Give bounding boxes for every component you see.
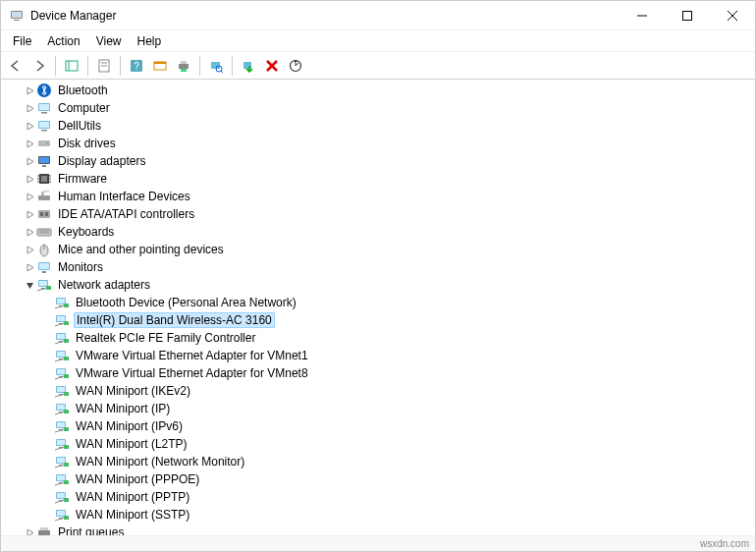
action-button[interactable] [149,55,171,77]
expand-icon[interactable] [23,190,36,203]
tree-node-label[interactable]: DellUtils [56,119,103,133]
expand-icon[interactable] [23,119,36,133]
tree-node[interactable]: VMware Virtual Ethernet Adapter for VMne… [1,347,755,364]
tree-node-label[interactable]: Realtek PCIe FE Family Controller [74,331,257,345]
tree-node-label[interactable]: WAN Miniport (IKEv2) [74,384,192,398]
tree-node[interactable]: Display adapters [1,152,755,170]
show-hide-tree-button[interactable] [61,55,82,77]
tree-node-label[interactable]: Monitors [56,260,105,274]
tree-node-label[interactable]: Network adapters [56,278,152,292]
svg-rect-7 [66,61,78,71]
menubar: File Action View Help [1,30,755,52]
scan-hardware-button[interactable] [205,55,227,77]
tree-node-label[interactable]: Bluetooth [56,83,110,97]
tree-node[interactable]: Bluetooth [1,82,755,99]
uninstall-device-button[interactable] [261,55,283,77]
tree-node-label[interactable]: WAN Miniport (Network Monitor) [74,455,246,469]
back-button[interactable] [5,55,27,77]
collapse-icon[interactable] [23,278,36,292]
tree-node-label[interactable]: WAN Miniport (IP) [74,402,172,415]
enable-device-button[interactable] [238,55,259,77]
tree-node[interactable]: Bluetooth Device (Personal Area Network) [1,294,755,311]
tree-node[interactable]: WAN Miniport (SSTP) [1,506,755,524]
tree-node[interactable]: VMware Virtual Ethernet Adapter for VMne… [1,364,755,382]
help-button[interactable]: ? [126,55,147,77]
expand-icon [40,349,54,362]
tree-node[interactable]: Monitors [1,258,755,276]
tree-node[interactable]: DellUtils [1,117,755,135]
tree-node-label[interactable]: Display adapters [56,154,147,168]
tree-node[interactable]: Print queues [1,524,755,535]
tree-node[interactable]: Intel(R) Dual Band Wireless-AC 3160 [1,311,755,329]
tree-node[interactable]: Network adapters [1,276,755,294]
expand-icon[interactable] [23,260,36,274]
svg-rect-78 [64,339,69,343]
tree-node-label[interactable]: Firmware [56,172,109,186]
expand-icon[interactable] [23,101,36,115]
svg-rect-73 [64,321,69,325]
tree-node-label[interactable]: VMware Virtual Ethernet Adapter for VMne… [74,366,310,380]
tree-node[interactable]: Mice and other pointing devices [1,241,755,258]
menu-file[interactable]: File [5,32,39,50]
tree-node[interactable]: WAN Miniport (PPTP) [1,488,755,506]
expand-icon[interactable] [23,243,36,256]
expand-icon[interactable] [23,83,36,97]
tree-node[interactable]: Computer [1,99,755,117]
tree-node-label[interactable]: WAN Miniport (PPTP) [74,490,191,504]
network-icon [54,348,70,363]
tree-node-label[interactable]: Computer [56,101,112,115]
print-button[interactable] [173,55,194,77]
tree-node-label[interactable]: Keyboards [56,225,116,239]
menu-action[interactable]: Action [39,32,87,50]
svg-rect-47 [41,192,44,195]
tree-node[interactable]: WAN Miniport (IPv6) [1,417,755,435]
tree-node[interactable]: WAN Miniport (IKEv2) [1,382,755,400]
tree-node-label[interactable]: Human Interface Devices [56,190,192,203]
expand-icon[interactable] [23,207,36,221]
tree-node[interactable]: Keyboards [1,223,755,241]
tree-node-label[interactable]: WAN Miniport (PPPOE) [74,472,201,486]
tree-node[interactable]: Disk drives [1,135,755,152]
tree-node-label[interactable]: Intel(R) Dual Band Wireless-AC 3160 [74,312,275,328]
tree-node-label[interactable]: Print queues [56,525,126,535]
expand-icon[interactable] [23,525,36,535]
menu-help[interactable]: Help [130,32,170,50]
forward-button[interactable] [28,55,50,77]
expand-icon[interactable] [23,172,36,186]
expand-icon[interactable] [23,154,36,168]
tree-node-label[interactable]: VMware Virtual Ethernet Adapter for VMne… [74,349,310,362]
tree-node-label[interactable]: IDE ATA/ATAPI controllers [56,207,196,221]
update-driver-button[interactable] [285,55,306,77]
properties-button[interactable] [93,55,115,77]
tree-node[interactable]: WAN Miniport (L2TP) [1,435,755,453]
tree-node[interactable]: IDE ATA/ATAPI controllers [1,205,755,223]
tree-node-label[interactable]: Mice and other pointing devices [56,243,226,256]
device-tree[interactable]: BluetoothComputerDellUtilsDisk drivesDis… [1,80,755,535]
tree-node-label[interactable]: Disk drives [56,137,118,150]
network-icon [54,295,70,310]
svg-rect-68 [64,304,69,307]
tree-node[interactable]: WAN Miniport (IP) [1,400,755,417]
expand-icon [40,313,54,327]
menu-view[interactable]: View [88,32,130,50]
tree-node[interactable]: WAN Miniport (PPPOE) [1,470,755,488]
tree-node[interactable]: Realtek PCIe FE Family Controller [1,329,755,347]
expand-icon [40,419,54,433]
tree-node-label[interactable]: Bluetooth Device (Personal Area Network) [74,296,298,309]
minimize-button[interactable] [620,1,665,30]
tree-node[interactable]: Human Interface Devices [1,188,755,205]
expand-icon[interactable] [23,225,36,239]
tree-node-label[interactable]: WAN Miniport (L2TP) [74,437,189,451]
tree-node-label[interactable]: WAN Miniport (SSTP) [74,508,191,522]
svg-rect-58 [39,263,49,269]
svg-rect-48 [43,191,49,193]
network-icon [54,401,70,416]
network-icon [54,507,70,523]
close-button[interactable] [710,1,755,30]
tree-node[interactable]: Firmware [1,170,755,188]
tree-node-label[interactable]: WAN Miniport (IPv6) [74,419,185,433]
svg-rect-50 [40,212,43,216]
tree-node[interactable]: WAN Miniport (Network Monitor) [1,453,755,470]
maximize-button[interactable] [665,1,710,30]
expand-icon[interactable] [23,137,36,150]
